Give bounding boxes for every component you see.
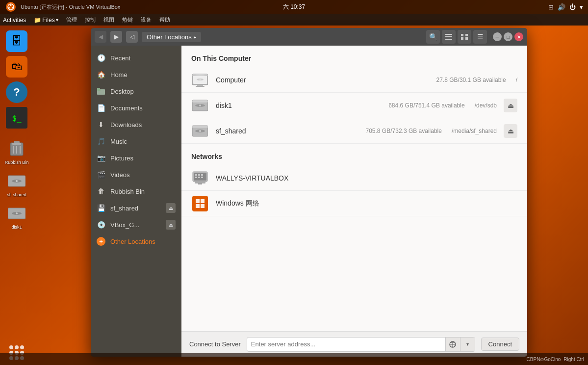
downloads-icon: ⬇ bbox=[97, 120, 105, 129]
svg-point-15 bbox=[16, 212, 18, 214]
sf-shared-location-eject-button[interactable]: ⏏ bbox=[504, 124, 517, 138]
title-bar: ◀ ▶ ◁ Other Locations ▸ 🔍 bbox=[91, 28, 527, 46]
desktop-disk1[interactable]: disk1 bbox=[6, 202, 27, 230]
desktop-sf-shared[interactable]: sf_shared bbox=[6, 170, 27, 197]
sf-shared-storage-info: 705.8 GB/732.3 GB available /media/sf_sh… bbox=[366, 128, 497, 134]
svg-rect-55 bbox=[201, 199, 205, 203]
networks-section-header: Networks bbox=[181, 144, 527, 165]
svg-rect-46 bbox=[195, 174, 197, 176]
computer-section-header: On This Computer bbox=[181, 46, 527, 67]
forward-button[interactable]: ▶ bbox=[110, 31, 122, 43]
sidebar-item-vbox[interactable]: 💿 VBox_G... ⏏ bbox=[91, 216, 181, 233]
search-button[interactable]: 🔍 bbox=[426, 30, 440, 44]
sidebar-item-desktop[interactable]: Desktop bbox=[91, 83, 181, 100]
sf-shared-eject-button[interactable]: ⏏ bbox=[166, 203, 176, 213]
svg-rect-48 bbox=[201, 174, 203, 176]
menu-hotkey[interactable]: 热键 bbox=[122, 16, 133, 24]
desktop-rubbish-bin[interactable]: Rubbish Bin bbox=[5, 137, 29, 165]
svg-point-33 bbox=[200, 78, 201, 80]
desktop-folder-icon bbox=[97, 87, 105, 96]
panel-clock: 六 10:37 bbox=[283, 3, 305, 11]
svg-rect-6 bbox=[14, 141, 20, 143]
sidebar-item-documents[interactable]: 📄 Documents bbox=[91, 100, 181, 116]
svg-rect-57 bbox=[201, 204, 205, 208]
location-path-button[interactable]: Other Locations ▸ bbox=[142, 32, 201, 42]
minimize-button[interactable]: ─ bbox=[493, 32, 502, 41]
sf-shared-location-icon bbox=[191, 122, 209, 140]
computer-location-row[interactable]: Computer 27.8 GB/30.1 GB available / bbox=[181, 67, 527, 93]
window-title: Ubuntu [正在运行] - Oracle VM VirtualBox bbox=[21, 3, 120, 11]
svg-point-3 bbox=[12, 7, 13, 9]
sidebar-item-music[interactable]: 🎵 Music bbox=[91, 133, 181, 150]
sidebar-item-pictures[interactable]: 📷 Pictures bbox=[91, 150, 181, 166]
wallys-network-row[interactable]: WALLYS-VIRTUALBOX bbox=[181, 165, 527, 191]
svg-rect-43 bbox=[193, 127, 207, 127]
wallys-network-icon bbox=[191, 169, 209, 187]
close-button[interactable]: ✕ bbox=[514, 32, 523, 41]
svg-rect-16 bbox=[445, 34, 452, 35]
menu-manage[interactable]: 管理 bbox=[66, 16, 77, 24]
svg-rect-47 bbox=[198, 174, 200, 176]
dock-item-help[interactable]: ? bbox=[6, 81, 27, 103]
activities-button[interactable]: Activities bbox=[3, 17, 26, 24]
videos-icon: 🎬 bbox=[97, 170, 105, 179]
svg-rect-54 bbox=[196, 199, 200, 203]
list-view-button[interactable] bbox=[442, 30, 456, 44]
dock-item-installer[interactable]: 🛍 bbox=[6, 56, 27, 78]
app-menu-bar: Activities 📁 Files ▾ 管理 控制 视图 热键 设备 帮助 bbox=[0, 14, 588, 26]
options-menu-button[interactable]: ☰ bbox=[473, 30, 487, 44]
network-tray-icon[interactable]: ⊞ bbox=[548, 3, 554, 11]
disk1-location-row[interactable]: disk1 684.6 GB/751.4 GB available /dev/s… bbox=[181, 93, 527, 118]
svg-point-12 bbox=[16, 180, 18, 182]
connect-button[interactable]: Connect bbox=[481, 338, 519, 351]
sidebar-item-rubbish-bin[interactable]: 🗑 Rubbish Bin bbox=[91, 183, 181, 200]
svg-point-1 bbox=[10, 4, 12, 6]
system-tray: ⊞ 🔊 ⏻ ▾ bbox=[548, 0, 588, 14]
svg-point-41 bbox=[199, 130, 201, 132]
taskbar-text: CBPN⊙GoCino bbox=[527, 357, 561, 362]
svg-rect-28 bbox=[197, 85, 203, 86]
dock-item-terminal[interactable]: $_ bbox=[6, 107, 27, 129]
sidebar-item-other-locations[interactable]: + Other Locations bbox=[91, 233, 181, 250]
sf-shared-icon: 💾 bbox=[97, 204, 105, 212]
sf-shared-location-row[interactable]: sf_shared 705.8 GB/732.3 GB available /m… bbox=[181, 118, 527, 144]
svg-rect-18 bbox=[445, 39, 452, 40]
disk1-eject-button[interactable]: ⏏ bbox=[504, 99, 517, 112]
back-button[interactable]: ◀ bbox=[95, 31, 106, 43]
menu-help[interactable]: 帮助 bbox=[159, 16, 170, 24]
server-dropdown-button[interactable]: ▾ bbox=[460, 337, 475, 352]
sidebar-item-sf-shared[interactable]: 💾 sf_shared ⏏ bbox=[91, 200, 181, 216]
vbox-eject-button[interactable]: ⏏ bbox=[166, 220, 176, 230]
connect-to-server-label: Connect to Server bbox=[189, 340, 241, 348]
power-tray-icon[interactable]: ⏻ bbox=[569, 3, 576, 11]
add-location-icon: + bbox=[97, 237, 105, 246]
sidebar-item-home[interactable]: 🏠 Home bbox=[91, 66, 181, 83]
maximize-button[interactable]: □ bbox=[504, 32, 512, 41]
svg-rect-38 bbox=[193, 101, 207, 102]
recent-icon: 🕐 bbox=[97, 53, 105, 62]
svg-rect-56 bbox=[196, 204, 200, 208]
svg-point-31 bbox=[195, 74, 205, 76]
sidebar-item-downloads[interactable]: ⬇ Downloads bbox=[91, 116, 181, 133]
dock-item-files[interactable]: 🗄 bbox=[6, 30, 27, 52]
sidebar-item-recent[interactable]: 🕐 Recent bbox=[91, 50, 181, 66]
sidebar-item-videos[interactable]: 🎬 Videos bbox=[91, 166, 181, 183]
window-controls: ─ □ ✕ bbox=[493, 32, 523, 41]
menu-device[interactable]: 设备 bbox=[141, 16, 152, 24]
up-button[interactable]: ◁ bbox=[126, 31, 138, 43]
menu-control[interactable]: 控制 bbox=[85, 16, 96, 24]
windows-network-row[interactable]: Windows 网络 bbox=[181, 191, 527, 216]
pictures-icon: 📷 bbox=[97, 154, 105, 162]
files-menu-button[interactable]: 📁 Files ▾ bbox=[34, 17, 58, 24]
volume-tray-icon[interactable]: 🔊 bbox=[558, 3, 565, 11]
toolbar-actions: 🔍 ☰ bbox=[426, 30, 487, 44]
server-address-input[interactable] bbox=[247, 340, 445, 348]
svg-rect-20 bbox=[465, 34, 468, 36]
grid-view-button[interactable] bbox=[458, 30, 471, 44]
menu-view[interactable]: 视图 bbox=[103, 16, 114, 24]
disk1-icon bbox=[191, 97, 209, 114]
settings-tray-icon[interactable]: ▾ bbox=[580, 3, 583, 11]
server-network-icon-button[interactable] bbox=[445, 337, 460, 352]
svg-rect-51 bbox=[201, 177, 203, 178]
documents-icon: 📄 bbox=[97, 104, 105, 112]
